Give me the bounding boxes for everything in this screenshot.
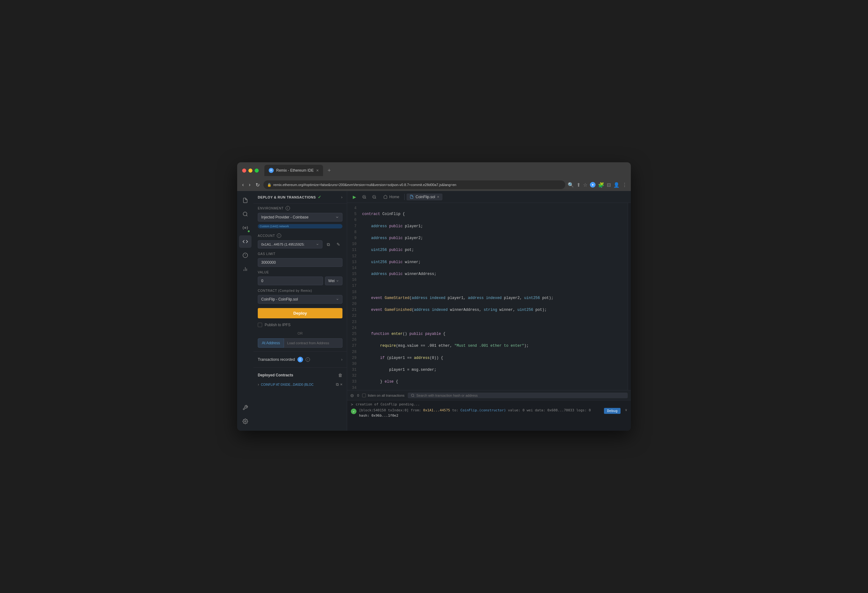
- zoom-out-button[interactable]: [370, 193, 378, 201]
- browser-window: R Remix - Ethereum IDE × + ‹ › ↻ 🔒 remix…: [237, 162, 631, 431]
- terminal-search-input[interactable]: [416, 394, 624, 397]
- extension-icon[interactable]: ●: [590, 182, 596, 188]
- value-input[interactable]: [258, 277, 323, 285]
- deployed-contracts-header: Deployed Contracts 🗑: [253, 370, 347, 380]
- terminal-clear-icon[interactable]: ⊝: [350, 393, 354, 398]
- title-bar: R Remix - Ethereum IDE × +: [237, 162, 631, 178]
- copy-contract-icon[interactable]: ⧉: [336, 382, 339, 387]
- file-icon: [410, 195, 414, 199]
- svg-line-12: [375, 197, 376, 199]
- account-selector[interactable]: 0x1A1...44575 (1.49515925:: [258, 240, 322, 249]
- sidebar-item-files[interactable]: [239, 194, 251, 207]
- profile-icon[interactable]: 👤: [613, 182, 620, 188]
- at-address-input[interactable]: [284, 338, 342, 348]
- delete-contract-icon[interactable]: ×: [340, 382, 342, 387]
- transactions-chevron-icon[interactable]: ›: [341, 358, 342, 362]
- expand-tx-icon[interactable]: ∨: [625, 408, 627, 412]
- zoom-in-button[interactable]: [360, 193, 368, 201]
- svg-line-1: [246, 215, 247, 216]
- terminal-tx-line: ✓ [block:540150 txIndex:0] from: 0x1A1..…: [351, 408, 627, 418]
- tx-info-icon[interactable]: i: [306, 358, 310, 362]
- publish-checkbox[interactable]: [258, 323, 262, 327]
- menu-icon[interactable]: ⋮: [622, 182, 627, 188]
- sidebar-item-settings[interactable]: [239, 415, 251, 428]
- value-label: VALUE: [253, 268, 347, 275]
- svg-point-0: [243, 212, 247, 216]
- success-icon: ✓: [351, 409, 357, 414]
- sidebar-item-tools[interactable]: [239, 402, 251, 414]
- tab-close-icon[interactable]: ×: [316, 168, 319, 173]
- unit-selector[interactable]: Wei: [325, 277, 342, 285]
- account-dropdown-icon: [316, 243, 319, 246]
- terminal-toolbar: ⊝ 0 listen on all transactions: [347, 390, 631, 400]
- sidebar-toggle-icon[interactable]: ⊟: [607, 182, 611, 188]
- sidebar-item-analytics[interactable]: [239, 263, 251, 275]
- terminal: ⊝ 0 listen on all transactions: [347, 390, 631, 431]
- gas-limit-input[interactable]: [258, 258, 342, 267]
- compile-badge: [247, 230, 250, 233]
- sidebar-item-debug[interactable]: [239, 249, 251, 262]
- contract-dropdown-icon: [336, 298, 339, 301]
- panel-chevron-icon[interactable]: ›: [341, 195, 342, 199]
- environment-info-icon[interactable]: i: [286, 206, 290, 210]
- debug-button[interactable]: Debug: [604, 408, 620, 414]
- nav-bar: ‹ › ↻ 🔒 remix.ethereum.org/#optimize=fal…: [237, 178, 631, 191]
- run-button[interactable]: ▶: [350, 193, 359, 201]
- close-button[interactable]: [242, 169, 246, 172]
- icon-sidebar: [237, 191, 253, 431]
- sidebar-item-search[interactable]: [239, 208, 251, 220]
- listen-checkbox[interactable]: [362, 394, 366, 397]
- forward-button[interactable]: ›: [248, 181, 251, 189]
- puzzle-icon[interactable]: 🧩: [598, 182, 604, 188]
- env-network-badge: Custom (1442) network: [258, 224, 342, 228]
- home-tab[interactable]: Home: [380, 194, 403, 200]
- transactions-label: Transactions recorded 0 i: [258, 357, 310, 362]
- share-icon[interactable]: ⬆: [576, 182, 580, 188]
- environment-label: ENVIRONMENT i: [253, 203, 347, 212]
- account-info-icon[interactable]: i: [277, 234, 281, 238]
- at-address-button[interactable]: At Address: [258, 338, 284, 348]
- contract-selector[interactable]: CoinFlip - CoinFlip.sol: [258, 295, 342, 304]
- section-divider-1: [253, 352, 347, 352]
- environment-selector[interactable]: Injected Provider - Coinbase: [258, 213, 342, 222]
- publish-row: Publish to IPFS: [258, 323, 342, 327]
- address-bar[interactable]: 🔒 remix.ethereum.org/#optimize=false&run…: [263, 180, 565, 189]
- edit-account-button[interactable]: ✎: [334, 240, 342, 249]
- sidebar-item-deploy[interactable]: [239, 235, 251, 248]
- terminal-pending-line: > creation of CoinFlip pending...: [351, 402, 627, 407]
- line-numbers: 456789 101112131415 161718192021 2223242…: [347, 203, 360, 390]
- svg-point-2: [245, 227, 246, 229]
- svg-point-6: [245, 421, 246, 422]
- deploy-panel: DEPLOY & RUN TRANSACTIONS ✓ › ENVIRONMEN…: [253, 191, 347, 431]
- trash-icon[interactable]: 🗑: [338, 373, 342, 378]
- terminal-info-icon[interactable]: 0: [357, 394, 359, 397]
- home-icon: [383, 195, 387, 199]
- tab-bar: R Remix - Ethereum IDE × +: [264, 165, 617, 176]
- terminal-search-icon: [411, 394, 415, 397]
- code-editor: 456789 101112131415 161718192021 2223242…: [347, 203, 628, 390]
- transactions-row[interactable]: Transactions recorded 0 i ›: [253, 354, 347, 365]
- minimize-button[interactable]: [248, 169, 252, 172]
- bookmark-icon[interactable]: ☆: [583, 182, 588, 188]
- tx-detail-text: [block:540150 txIndex:0] from: 0x1A1...4…: [359, 408, 591, 413]
- terminal-content: > creation of CoinFlip pending... ✓ [blo…: [347, 400, 631, 431]
- or-divider: OR: [253, 331, 347, 335]
- file-tab-close-icon[interactable]: ×: [437, 195, 439, 199]
- code-lines: contract CoinFlip { address public playe…: [360, 203, 628, 390]
- sidebar-item-compile[interactable]: [239, 222, 251, 234]
- back-button[interactable]: ‹: [241, 181, 245, 189]
- coinflip-file-tab[interactable]: CoinFlip.sol ×: [406, 194, 443, 200]
- maximize-button[interactable]: [255, 169, 259, 172]
- new-tab-button[interactable]: +: [325, 167, 334, 174]
- contract-expand-icon[interactable]: ›: [258, 382, 259, 387]
- account-row: 0x1A1...44575 (1.49515925: ⧉ ✎: [258, 240, 342, 249]
- search-nav-icon[interactable]: 🔍: [568, 182, 574, 188]
- contract-actions: ⧉ ×: [336, 382, 342, 387]
- browser-tab[interactable]: R Remix - Ethereum IDE ×: [264, 165, 323, 176]
- tab-label: Remix - Ethereum IDE: [276, 168, 314, 172]
- copy-account-button[interactable]: ⧉: [324, 240, 332, 249]
- deploy-button[interactable]: Deploy: [258, 308, 342, 318]
- at-address-row: At Address: [258, 338, 342, 348]
- svg-point-14: [411, 394, 414, 396]
- refresh-button[interactable]: ↻: [254, 181, 261, 189]
